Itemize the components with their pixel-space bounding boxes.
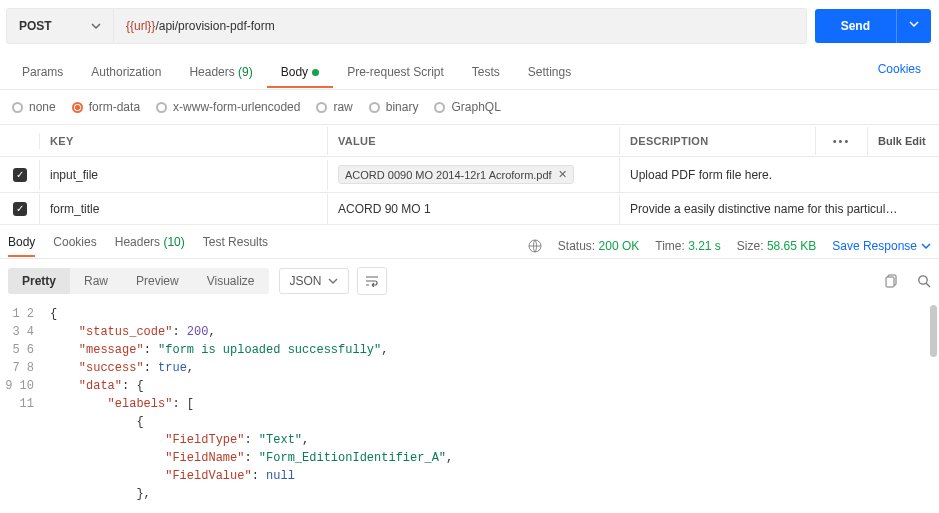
send-button[interactable]: Send — [815, 9, 896, 43]
key-cell[interactable]: input_file — [40, 160, 328, 190]
tab-authorization[interactable]: Authorization — [77, 55, 175, 88]
form-data-table: KEY VALUE DESCRIPTION ••• Bulk Edit ✓ in… — [0, 125, 939, 225]
response-tab-headers[interactable]: Headers (10) — [115, 235, 185, 257]
tab-tests[interactable]: Tests — [458, 55, 514, 88]
key-cell[interactable]: form_title — [40, 194, 328, 224]
tab-params[interactable]: Params — [8, 55, 77, 88]
url-variable: {{url}} — [126, 19, 155, 33]
body-type-raw[interactable]: raw — [316, 100, 352, 114]
column-options-button[interactable]: ••• — [816, 127, 868, 155]
copy-icon[interactable] — [885, 274, 899, 288]
tab-body[interactable]: Body — [267, 55, 333, 88]
status-value: 200 OK — [599, 239, 640, 253]
value-cell[interactable]: ACORD 90 MO 1 — [328, 194, 620, 224]
tab-settings[interactable]: Settings — [514, 55, 585, 88]
wrap-lines-button[interactable] — [357, 267, 387, 295]
svg-point-3 — [919, 276, 927, 284]
bulk-edit-button[interactable]: Bulk Edit — [868, 127, 939, 155]
response-tab-test-results[interactable]: Test Results — [203, 235, 268, 257]
response-tab-body[interactable]: Body — [8, 235, 35, 257]
scrollbar-thumb[interactable] — [930, 305, 937, 357]
description-cell[interactable]: Upload PDF form file here. — [620, 160, 939, 190]
row-enable-checkbox[interactable]: ✓ — [13, 202, 27, 216]
value-cell[interactable]: ACORD 0090 MO 2014-12r1 Acroform.pdf ✕ — [328, 157, 620, 192]
table-row: ✓ input_file ACORD 0090 MO 2014-12r1 Acr… — [0, 157, 939, 193]
body-type-xwww[interactable]: x-www-form-urlencoded — [156, 100, 300, 114]
line-gutter: 1 2 3 4 5 6 7 8 9 10 11 — [0, 303, 46, 513]
body-type-graphql[interactable]: GraphQL — [434, 100, 500, 114]
col-value: VALUE — [328, 127, 620, 155]
col-key: KEY — [40, 127, 328, 155]
tab-headers[interactable]: Headers (9) — [175, 55, 266, 88]
tab-prerequest-script[interactable]: Pre-request Script — [333, 55, 458, 88]
response-tab-cookies[interactable]: Cookies — [53, 235, 96, 257]
body-type-none[interactable]: none — [12, 100, 56, 114]
url-path: /api/provision-pdf-form — [155, 19, 274, 33]
modified-dot-icon — [312, 69, 319, 76]
time-value: 3.21 s — [688, 239, 721, 253]
network-info-icon[interactable] — [528, 239, 542, 253]
remove-file-icon[interactable]: ✕ — [558, 168, 567, 181]
view-visualize[interactable]: Visualize — [193, 268, 269, 294]
col-description: DESCRIPTION — [620, 127, 816, 155]
body-type-binary[interactable]: binary — [369, 100, 419, 114]
row-enable-checkbox[interactable]: ✓ — [13, 168, 27, 182]
view-pretty[interactable]: Pretty — [8, 268, 70, 294]
table-row: ✓ form_title ACORD 90 MO 1 Provide a eas… — [0, 193, 939, 225]
size-value: 58.65 KB — [767, 239, 816, 253]
response-body-viewer[interactable]: 1 2 3 4 5 6 7 8 9 10 11 { "status_code":… — [0, 303, 939, 513]
file-chip: ACORD 0090 MO 2014-12r1 Acroform.pdf ✕ — [338, 165, 574, 184]
search-icon[interactable] — [917, 274, 931, 288]
body-type-form-data[interactable]: form-data — [72, 100, 140, 114]
description-cell[interactable]: Provide a easily distinctive name for th… — [620, 194, 939, 224]
json-code: { "status_code": 200, "message": "form i… — [46, 303, 453, 513]
send-dropdown-button[interactable] — [896, 9, 931, 43]
language-select[interactable]: JSON — [279, 268, 349, 294]
svg-rect-2 — [886, 277, 894, 287]
http-method-select[interactable]: POST — [6, 8, 114, 44]
cookies-link[interactable]: Cookies — [878, 62, 931, 82]
chevron-down-icon — [91, 21, 101, 31]
view-preview[interactable]: Preview — [122, 268, 193, 294]
view-raw[interactable]: Raw — [70, 268, 122, 294]
save-response-button[interactable]: Save Response — [832, 239, 931, 253]
http-method-value: POST — [19, 19, 52, 33]
chevron-down-icon — [328, 276, 338, 286]
request-url-input[interactable]: {{url}}/api/provision-pdf-form — [114, 8, 807, 44]
view-mode-segment: Pretty Raw Preview Visualize — [8, 268, 269, 294]
